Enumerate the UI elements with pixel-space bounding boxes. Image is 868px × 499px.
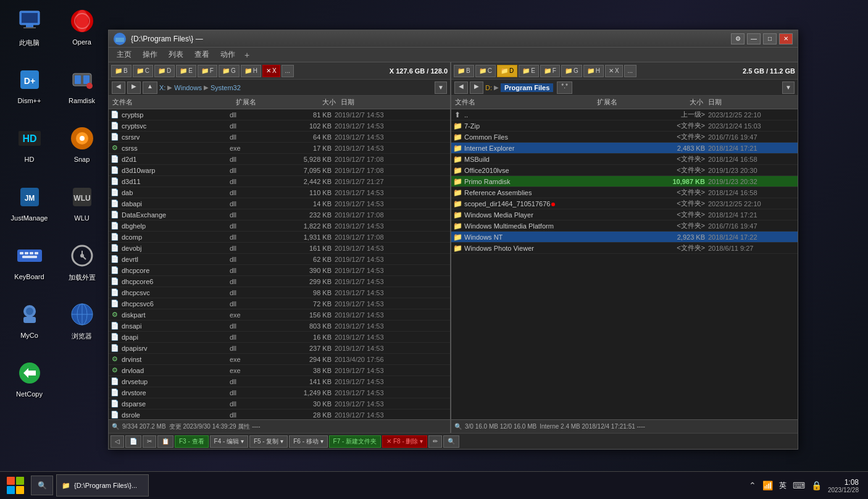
left-path-windows[interactable]: Windows [174,84,202,91]
desktop-icon-loadext[interactable]: 加载外置 [59,241,105,296]
desktop-icon-opera[interactable]: Opera [59,6,105,62]
desktop-icon-justmanage[interactable]: JM JustManage [6,182,52,238]
btn-copy-small[interactable]: 📋 [157,435,173,448]
right-file-row[interactable]: 📁 Windows Media Player <文件夹> 2018/12/4 1… [451,209,798,220]
taskbar-explorer-btn[interactable]: 📁 {D:\Program Files\}... [56,474,149,497]
left-col-ext[interactable]: 扩展名 [233,98,283,107]
right-col-date[interactable]: 日期 [706,98,796,107]
left-drive-x[interactable]: ✕X [262,65,280,77]
systray-wifi[interactable]: 🔒 [811,480,822,490]
desktop-icon-keyboard[interactable]: KeyBoard [6,241,52,296]
left-col-name[interactable]: 文件名 [110,98,233,107]
left-path-system32[interactable]: System32 [211,84,241,91]
left-file-row[interactable]: 📄 cryptsvc dll 102 KB 2019/12/7 14:53 [109,120,450,132]
left-toolbar-icons[interactable]: ◁ [111,435,124,448]
right-drive-g[interactable]: 📁G [561,65,582,77]
left-file-row[interactable]: ⚙ drvload exe 38 KB 2019/12/7 14:53 [109,365,450,376]
right-drive-more[interactable]: ... [624,65,636,77]
btn-f8-delete[interactable]: ✕ F8 - 删除 ▾ [382,435,427,448]
right-col-name[interactable]: 文件名 [453,98,595,107]
right-file-row[interactable]: 📁 Windows NT 2,923 KB 2018/12/4 17:22 [451,232,798,243]
btn-f4-edit[interactable]: F4 - 编辑 ▾ [210,435,248,448]
left-file-row[interactable]: ⚙ csrss exe 17 KB 2019/12/7 14:53 [109,143,450,154]
left-drive-b[interactable]: 📁B [111,65,131,77]
left-file-row[interactable]: 📄 d3d11 dll 2,442 KB 2019/12/7 21:27 [109,176,450,187]
btn-search[interactable]: 🔍 [443,435,459,448]
left-file-row[interactable]: 📄 dsparse dll 30 KB 2019/12/7 14:53 [109,398,450,409]
left-path-x[interactable]: X: [159,84,165,91]
right-path-back[interactable]: ◀ [454,82,468,94]
systray-network[interactable]: 📶 [762,480,773,490]
left-file-row[interactable]: 📄 dpapisrv dll 237 KB 2019/12/7 14:53 [109,343,450,354]
left-file-list[interactable]: 📄 cryptsp dll 81 KB 2019/12/7 14:53 📄 cr… [109,109,450,419]
left-path-dropdown[interactable]: ▼ [435,82,447,94]
btn-new-file[interactable]: 📄 [125,435,141,448]
left-drive-c[interactable]: 📁C [133,65,153,77]
right-drive-d[interactable]: 📁D [497,65,517,77]
right-path-wildcard[interactable]: *.* [557,82,572,94]
desktop-icon-computer[interactable]: 此电脑 [6,6,52,62]
left-drive-more[interactable]: ... [282,65,294,77]
desktop-icon-hd[interactable]: HD HD [6,124,52,179]
btn-f6-move[interactable]: F6 - 移动 ▾ [289,435,327,448]
systray-keyboard-layout[interactable]: ⌨ [793,480,805,490]
right-file-row[interactable]: 📁 Reference Assemblies <文件夹> 2018/12/4 1… [451,187,798,198]
left-file-row[interactable]: 📄 dhcpcore6 dll 299 KB 2019/12/7 14:53 [109,276,450,287]
left-file-row[interactable]: 📄 dhcpcsvc dll 98 KB 2019/12/7 14:53 [109,287,450,298]
right-drive-e[interactable]: 📁E [519,65,539,77]
left-file-row[interactable]: 📄 csrsrv dll 64 KB 2019/12/7 14:53 [109,132,450,143]
left-path-up[interactable]: ▲ [143,82,157,94]
btn-rename[interactable]: ✏ [428,435,442,448]
menu-action[interactable]: 操作 [138,48,162,61]
right-file-row[interactable]: 📁 Windows Photo Viewer <文件夹> 2018/6/11 9… [451,243,798,254]
left-file-row[interactable]: ⚙ diskpart exe 156 KB 2019/12/7 14:53 [109,309,450,321]
close-btn[interactable]: ✕ [779,33,793,44]
left-drive-f[interactable]: 📁F [198,65,217,77]
systray-lang[interactable]: 英 [779,480,787,491]
left-file-row[interactable]: 📄 DataExchange dll 232 KB 2019/12/7 17:0… [109,209,450,220]
start-button[interactable] [3,474,28,497]
left-col-size[interactable]: 大小 [283,98,338,107]
btn-f7-mkdir[interactable]: F7 - 新建文件夹 [329,435,382,448]
desktop-icon-wlu[interactable]: WLU WLU [59,182,105,238]
left-drive-e[interactable]: 📁E [176,65,196,77]
left-file-row[interactable]: 📄 devrtl dll 62 KB 2019/12/7 14:53 [109,254,450,265]
desktop-icon-dismpp[interactable]: D+ Dism++ [6,65,52,120]
right-col-size[interactable]: 大小 [644,98,706,107]
right-path-d[interactable]: D: [485,84,492,91]
right-drive-x[interactable]: ✕X [605,65,623,77]
clock[interactable]: 1:08 2023/12/28 [828,478,859,493]
menu-home[interactable]: 主页 [112,48,136,61]
right-drive-h[interactable]: 📁H [583,65,604,77]
menu-view[interactable]: 查看 [190,48,214,61]
maximize-btn[interactable]: □ [763,33,777,44]
systray-arrow[interactable]: ⌃ [749,480,756,490]
left-file-row[interactable]: 📄 devobj dll 161 KB 2019/12/7 14:53 [109,243,450,254]
menu-ops[interactable]: 动作 [215,48,240,61]
menu-list[interactable]: 列表 [164,48,188,61]
left-file-row[interactable]: 📄 dcomp dll 1,931 KB 2019/12/7 17:08 [109,232,450,243]
left-drive-g[interactable]: 📁G [219,65,240,77]
right-path-dropdown[interactable]: ▼ [782,82,795,94]
left-drive-d[interactable]: 📁D [154,65,175,77]
btn-cut[interactable]: ✂ [143,435,156,448]
left-file-row[interactable]: 📄 d2d1 dll 5,928 KB 2019/12/7 17:08 [109,154,450,165]
left-file-row[interactable]: 📄 d3d10warp dll 7,095 KB 2019/12/7 17:08 [109,165,450,176]
right-file-row[interactable]: 📁 Windows Multimedia Platform <文件夹> 2016… [451,220,798,232]
right-file-row[interactable]: 📁 7-Zip <文件夹> 2023/12/24 15:03 [451,120,798,132]
desktop-icon-netcopy[interactable]: NetCopy [6,358,52,414]
right-file-row[interactable]: ⬆ .. 上一级> 2023/12/25 22:10 [451,109,798,120]
right-col-ext[interactable]: 扩展名 [595,98,644,107]
menu-plus[interactable]: + [241,50,252,60]
right-path-program-files[interactable]: Program Files [501,83,553,92]
left-file-row[interactable]: 📄 dab dll 110 KB 2019/12/7 14:53 [109,187,450,198]
right-drive-c[interactable]: 📁C [475,65,496,77]
left-file-row[interactable]: 📄 drvstore dll 1,249 KB 2019/12/7 14:53 [109,387,450,398]
left-file-row[interactable]: 📄 drvsetup dll 141 KB 2019/12/7 14:53 [109,376,450,387]
right-file-row[interactable]: 📁 scoped_dir1464_710517676 <文件夹> 2023/12… [451,198,798,209]
right-file-row[interactable]: 📁 Primo Ramdisk 10,987 KB 2019/1/23 20:3… [451,176,798,187]
right-file-row[interactable]: 📁 Common Files <文件夹> 2016/7/16 19:47 [451,132,798,143]
minimize-btn[interactable]: — [747,33,761,44]
btn-f3-view[interactable]: F3 - 查看 [175,435,209,448]
left-file-row[interactable]: 📄 dpapi dll 16 KB 2019/12/7 14:53 [109,332,450,343]
